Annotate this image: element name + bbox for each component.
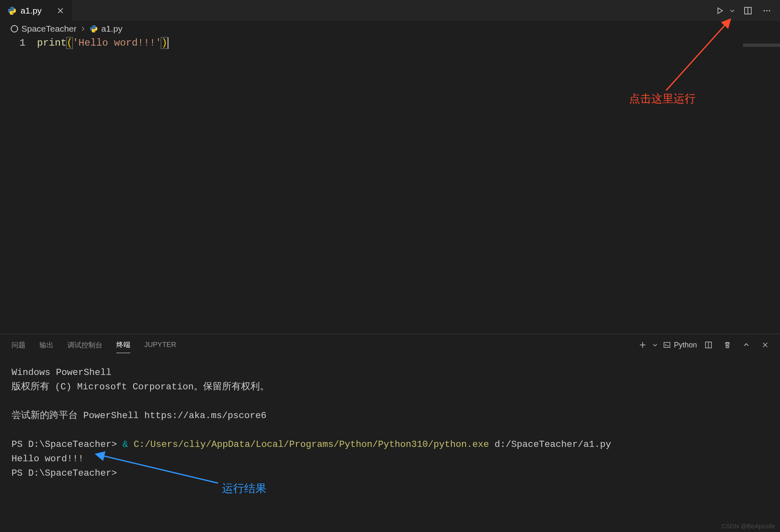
tab-problems[interactable]: 问题 (12, 337, 25, 353)
tab-label: a1.py (21, 6, 42, 16)
code-content[interactable]: print('Hello word!!!') (37, 36, 169, 50)
terminal-body[interactable]: Windows PowerShell 版权所有 (C) Microsoft Co… (0, 356, 780, 481)
new-terminal-button[interactable] (635, 338, 650, 352)
tab-terminal[interactable]: 终端 (116, 337, 130, 353)
terminal-prompt: PS D:\SpaceTeacher> (12, 439, 123, 450)
code-editor[interactable]: 1 print('Hello word!!!') (0, 36, 780, 50)
panel-tab-bar: 问题 输出 调试控制台 终端 JUPYTER Python (0, 334, 780, 356)
token-bracket-close: ) (161, 37, 167, 49)
breadcrumb: SpaceTeacher a1.py (0, 21, 780, 36)
terminal-line: 尝试新的跨平台 PowerShell https://aka.ms/pscore… (12, 410, 266, 421)
breadcrumb-root-label: SpaceTeacher (21, 24, 76, 34)
panel-tabs: 问题 输出 调试控制台 终端 JUPYTER (12, 337, 176, 353)
shell-name: Python (674, 341, 697, 349)
terminal-menu-chevron-icon[interactable] (651, 338, 659, 352)
cursor (168, 37, 169, 49)
panel: 问题 输出 调试控制台 终端 JUPYTER Python (0, 334, 780, 532)
record-icon (11, 25, 18, 32)
python-icon (90, 25, 98, 33)
terminal-amp: & (123, 439, 128, 450)
token-bracket-open: ( (66, 37, 73, 49)
token-function: print (37, 37, 67, 49)
run-button[interactable] (713, 3, 727, 18)
breadcrumb-file[interactable]: a1.py (90, 24, 122, 34)
svg-rect-5 (664, 342, 670, 347)
breadcrumb-file-label: a1.py (101, 24, 122, 34)
annotation-result-label: 运行结果 (222, 481, 266, 496)
minimap[interactable] (743, 44, 780, 47)
terminal-line: Windows PowerShell (12, 367, 111, 378)
chevron-right-icon (80, 25, 86, 33)
breadcrumb-root[interactable]: SpaceTeacher (21, 24, 76, 34)
run-menu-chevron-icon[interactable] (728, 3, 736, 18)
svg-point-4 (769, 10, 770, 11)
token-string: 'Hello word!!!' (72, 37, 161, 49)
python-icon (7, 6, 16, 15)
tab-output[interactable]: 输出 (39, 337, 53, 353)
close-panel-icon[interactable] (758, 338, 773, 352)
annotation-run-label: 点击这里运行 (629, 91, 696, 106)
split-terminal-icon[interactable] (701, 338, 716, 352)
close-icon[interactable] (55, 5, 66, 16)
chevron-up-icon[interactable] (739, 338, 754, 352)
editor-actions (713, 0, 780, 21)
tab-jupyter[interactable]: JUPYTER (144, 338, 176, 352)
terminal-shell-indicator[interactable]: Python (663, 341, 697, 349)
more-actions-icon[interactable] (759, 3, 774, 18)
split-editor-icon[interactable] (741, 3, 755, 18)
terminal-exe-path: C:/Users/cliy/AppData/Local/Programs/Pyt… (128, 439, 489, 450)
panel-actions: Python (635, 338, 773, 352)
tab-debug-console[interactable]: 调试控制台 (67, 337, 102, 353)
line-number: 1 (0, 36, 25, 50)
watermark: CSDN @BeApostle (722, 523, 775, 530)
tabs-container: a1.py ● (0, 0, 72, 21)
svg-point-2 (764, 10, 765, 11)
tab-a1py[interactable]: a1.py ● (0, 0, 72, 21)
svg-point-3 (766, 10, 767, 11)
terminal-arg: d:/SpaceTeacher/a1.py (489, 439, 611, 450)
terminal-output: Hello word!!! (12, 453, 84, 464)
terminal-icon (663, 341, 671, 349)
line-gutter: 1 (0, 36, 37, 50)
terminal-prompt: PS D:\SpaceTeacher> (12, 468, 117, 479)
tab-bar: a1.py ● (0, 0, 780, 21)
terminal-line: 版权所有 (C) Microsoft Corporation。保留所有权利。 (12, 382, 269, 392)
trash-icon[interactable] (720, 338, 735, 352)
